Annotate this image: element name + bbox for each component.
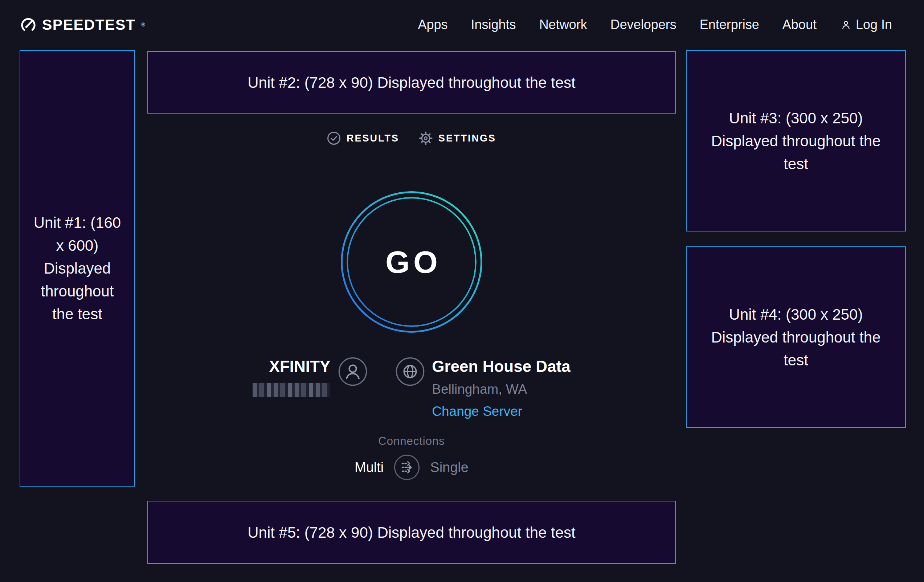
- multi-connections-arrows-icon: [394, 454, 420, 480]
- ad-unit-5-text: Unit #5: (728 x 90) Displayed throughout…: [248, 521, 576, 544]
- ad-unit-5[interactable]: Unit #5: (728 x 90) Displayed throughout…: [147, 501, 676, 564]
- connections-option-multi[interactable]: Multi: [355, 460, 384, 475]
- top-nav: SPEEDTEST® Apps Insights Network Develop…: [0, 0, 924, 49]
- server-group: Green House Data Bellingham, WA Change S…: [396, 357, 570, 418]
- connections-toggle-button[interactable]: [394, 454, 420, 480]
- brand-name: SPEEDTEST: [42, 16, 135, 33]
- server-name: Green House Data: [432, 358, 570, 374]
- go-button-label: GO: [341, 191, 482, 333]
- tabs-row: RESULTS SETT: [147, 131, 676, 145]
- nav-item-apps[interactable]: Apps: [418, 17, 447, 32]
- brand-trademark: ®: [141, 22, 145, 28]
- connections-section: Connections Multi: [147, 435, 676, 480]
- ip-address-redacted-blur: [252, 383, 330, 397]
- tab-settings-label: SETTINGS: [439, 133, 496, 144]
- login-button[interactable]: Log In: [840, 17, 892, 32]
- isp-user-icon: [338, 357, 367, 386]
- server-location: Bellingham, WA: [432, 383, 527, 396]
- ad-unit-4-text: Unit #4: (300 x 250) Displayed throughou…: [698, 303, 894, 371]
- ad-unit-3-text: Unit #3: (300 x 250) Displayed throughou…: [698, 107, 894, 175]
- nav-item-network[interactable]: Network: [539, 17, 587, 32]
- connections-label: Connections: [378, 435, 445, 448]
- ad-unit-1[interactable]: Unit #1: (160 x 600) Displayed throughou…: [20, 50, 135, 486]
- go-button[interactable]: GO: [341, 191, 482, 333]
- speedtest-logo[interactable]: SPEEDTEST®: [20, 16, 145, 33]
- gauge-icon: [20, 16, 37, 33]
- ad-unit-4[interactable]: Unit #4: (300 x 250) Displayed throughou…: [686, 246, 906, 428]
- speedtest-page: SPEEDTEST® Apps Insights Network Develop…: [0, 0, 924, 582]
- nav-item-about[interactable]: About: [782, 17, 817, 32]
- login-label: Log In: [856, 17, 892, 32]
- tab-settings[interactable]: SETTINGS: [419, 131, 496, 145]
- nav-item-insights[interactable]: Insights: [471, 17, 516, 32]
- globe-icon: [396, 357, 425, 386]
- check-circle-icon: [327, 131, 341, 145]
- ad-unit-3[interactable]: Unit #3: (300 x 250) Displayed throughou…: [686, 50, 906, 231]
- ad-unit-1-text: Unit #1: (160 x 600) Displayed throughou…: [28, 211, 126, 325]
- tab-results-label: RESULTS: [346, 133, 399, 144]
- connection-info-row: XFINITY: [147, 357, 676, 418]
- nav-item-developers[interactable]: Developers: [610, 17, 676, 32]
- user-icon: [840, 18, 852, 31]
- tab-results[interactable]: RESULTS: [327, 131, 399, 145]
- ad-unit-2[interactable]: Unit #2: (728 x 90) Displayed throughout…: [147, 51, 676, 114]
- nav-items: Apps Insights Network Developers Enterpr…: [418, 17, 892, 32]
- isp-name: XFINITY: [269, 358, 331, 374]
- ad-unit-2-text: Unit #2: (728 x 90) Displayed throughout…: [248, 71, 576, 94]
- isp-group: XFINITY: [252, 357, 367, 397]
- gear-icon: [419, 131, 432, 145]
- connections-option-single[interactable]: Single: [430, 460, 469, 475]
- change-server-link[interactable]: Change Server: [432, 405, 522, 418]
- nav-item-enterprise[interactable]: Enterprise: [700, 17, 759, 32]
- connections-toggle-row: Multi Single: [355, 454, 469, 480]
